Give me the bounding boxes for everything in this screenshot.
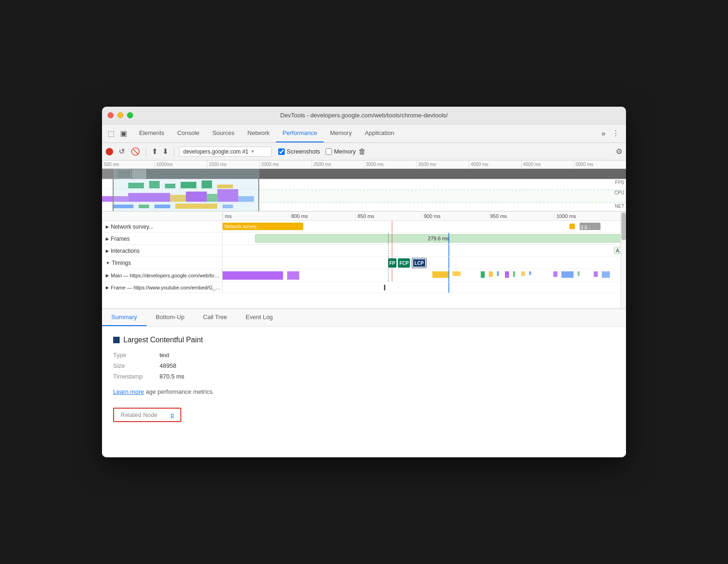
frame-collapse-icon[interactable]: ▶	[106, 285, 109, 290]
tab-call-tree[interactable]: Call Tree	[194, 309, 236, 326]
learn-more-link[interactable]: Learn more	[113, 388, 144, 395]
maximize-button[interactable]	[127, 112, 133, 118]
svg-rect-34	[594, 271, 598, 277]
related-node-value[interactable]: p	[171, 411, 174, 418]
memory-checkbox[interactable]	[326, 148, 332, 155]
screenshots-checkbox[interactable]	[278, 148, 285, 155]
memory-checkbox-label[interactable]: Memory	[326, 148, 356, 155]
track-label-interactions[interactable]: ▶ Interactions	[102, 245, 223, 256]
tab-memory[interactable]: Memory	[324, 124, 358, 142]
track-name-interactions: Interactions	[111, 248, 140, 254]
red-vline-network	[392, 221, 392, 232]
screenshots-label: Screenshots	[287, 148, 320, 155]
cursor-icon[interactable]: ⬚	[106, 127, 116, 140]
device-icon[interactable]: ▣	[118, 127, 129, 140]
track-label-network[interactable]: ▶ Network survey...	[102, 221, 223, 232]
track-frames[interactable]: ▶ Frames 279.6 ms	[102, 233, 626, 245]
tab-network[interactable]: Network	[241, 124, 276, 142]
url-dropdown-arrow: ▼	[250, 149, 255, 154]
settings-button[interactable]: ⚙	[616, 147, 622, 156]
url-text: developers.google.com #1	[183, 148, 249, 155]
cpu-label: CPU	[614, 190, 624, 195]
track-label-main[interactable]: ▶ Main — https://developers.google.com/w…	[102, 269, 223, 282]
track-label-frames[interactable]: ▶ Frames	[102, 233, 223, 244]
tab-bottom-up[interactable]: Bottom-Up	[147, 309, 194, 326]
timestamp-label: Timestamp	[113, 373, 160, 380]
svg-rect-35	[602, 271, 610, 278]
track-collapse-icon[interactable]: ▶	[106, 224, 109, 229]
svg-rect-23	[453, 271, 460, 276]
fp-marker: FP	[388, 258, 397, 268]
network-bar-2: g g...	[580, 223, 600, 230]
selection-overlay[interactable]	[113, 169, 259, 211]
devtools-tabs: ⬚ ▣ Elements Console Sources Network Per…	[102, 124, 626, 143]
tab-event-log[interactable]: Event Log	[236, 309, 282, 326]
tab-end-actions: ⋮	[609, 124, 622, 142]
timings-collapse-icon[interactable]: ▼	[106, 261, 110, 265]
track-timings[interactable]: ▼ Timings FP FCP LCP	[102, 257, 626, 269]
toolbar-divider-2	[174, 147, 174, 156]
related-node-container: Related Node p	[113, 408, 181, 422]
track-label-frame[interactable]: ▶ Frame — https://www.youtube.com/embed/…	[102, 282, 223, 293]
frames-bar: 279.6 ms	[255, 234, 622, 243]
devtools-window: DevTools - developers.google.com/web/too…	[102, 107, 626, 457]
screenshots-checkbox-label[interactable]: Screenshots	[278, 148, 320, 155]
svg-rect-25	[489, 271, 493, 277]
blue-vline-frame	[448, 282, 449, 293]
track-main[interactable]: ▶ Main — https://developers.google.com/w…	[102, 269, 626, 282]
devtools-options-button[interactable]: ⋮	[609, 127, 622, 140]
ruler-tick-3500: 3500 ms	[416, 160, 469, 168]
lcp-title: Largest Contentful Paint	[113, 336, 615, 344]
main-collapse-icon[interactable]: ▶	[106, 273, 109, 278]
lcp-title-text: Largest Contentful Paint	[123, 336, 203, 344]
record-button[interactable]	[106, 148, 113, 155]
track-network-survey[interactable]: ▶ Network survey... Network survey... g …	[102, 221, 626, 233]
track-interactions[interactable]: ▶ Interactions A...	[102, 245, 626, 257]
interactions-collapse-icon[interactable]: ▶	[106, 249, 109, 253]
track-content-interactions: A...	[223, 245, 626, 256]
svg-rect-32	[562, 271, 574, 278]
frames-collapse-icon[interactable]: ▶	[106, 237, 109, 241]
ruler-tick-1000: 1000ms	[154, 160, 207, 168]
track-frame[interactable]: ▶ Frame — https://www.youtube.com/embed/…	[102, 282, 626, 293]
dashed-vline-frames	[388, 233, 389, 244]
memory-label: Memory	[334, 148, 356, 155]
tab-performance[interactable]: Performance	[276, 124, 323, 142]
download-button[interactable]: ⬇	[161, 146, 169, 157]
url-selector[interactable]: developers.google.com #1 ▼	[179, 147, 272, 157]
timeline-main[interactable]: ms 800 ms 850 ms 900 ms 950 ms 1000 ms ▶…	[102, 212, 626, 309]
minimize-button[interactable]	[117, 112, 123, 118]
tab-summary[interactable]: Summary	[102, 309, 147, 326]
ruler-tick-3000: 3000 ms	[364, 160, 416, 168]
size-label: Size	[113, 362, 160, 369]
main-ruler: ms 800 ms 850 ms 900 ms 950 ms 1000 ms	[102, 212, 626, 221]
toolbar-checkboxes: Screenshots Memory	[278, 148, 356, 155]
tab-sources[interactable]: Sources	[206, 124, 241, 142]
tab-elements[interactable]: Elements	[133, 124, 171, 142]
tab-application[interactable]: Application	[358, 124, 401, 142]
reload-button[interactable]: ↺	[116, 146, 127, 157]
svg-rect-20	[223, 271, 283, 280]
ruler-tick-4500: 4500 ms	[521, 160, 574, 168]
tab-console[interactable]: Console	[171, 124, 206, 142]
upload-button[interactable]: ⬆	[151, 146, 159, 157]
timeline-scrollbar[interactable]	[620, 212, 626, 308]
lcp-marker[interactable]: LCP	[412, 258, 426, 268]
related-node-label: Related Node	[121, 411, 167, 418]
more-tabs-button[interactable]: »	[598, 124, 609, 142]
close-button[interactable]	[108, 112, 114, 118]
scrollbar-thumb[interactable]	[621, 212, 626, 240]
timeline-overview[interactable]: 500 ms 1000ms 1500 ms 2000 ms 2500 ms 30…	[102, 160, 626, 212]
track-name-network: Network survey...	[111, 224, 153, 230]
delete-recording-button[interactable]: 🗑	[358, 147, 366, 156]
ruler-tick-1000ms: 1000 ms	[554, 213, 620, 219]
ruler-tick-4000: 4000 ms	[469, 160, 521, 168]
svg-rect-33	[578, 271, 580, 276]
network-dot	[569, 224, 575, 229]
fps-label: FPS	[615, 180, 624, 185]
ruler-left-spacer	[102, 212, 223, 220]
bottom-panel: Summary Bottom-Up Call Tree Event Log La…	[102, 309, 626, 457]
clear-button[interactable]: 🚫	[130, 146, 141, 157]
track-label-timings[interactable]: ▼ Timings	[102, 257, 223, 269]
window-title: DevTools - developers.google.com/web/too…	[280, 112, 447, 119]
